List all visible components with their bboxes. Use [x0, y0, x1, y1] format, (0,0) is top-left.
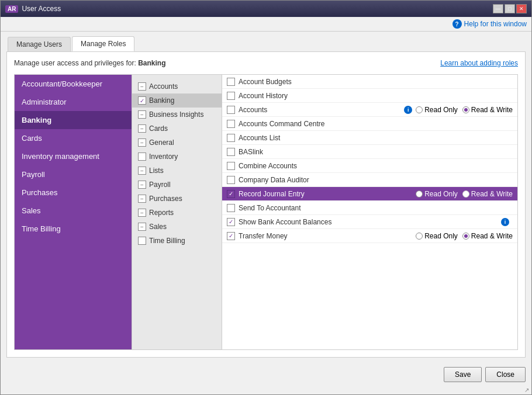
- role-item-administrator[interactable]: Administrator: [15, 93, 132, 111]
- resize-handle[interactable]: ↗: [1, 386, 531, 394]
- minimize-button[interactable]: —: [493, 4, 503, 13]
- maximize-button[interactable]: □: [505, 4, 515, 13]
- module-item-lists[interactable]: − Lists: [132, 164, 222, 178]
- perm-row-record-journal-entry: Record Journal Entry Read Only Read & Wr…: [222, 187, 517, 201]
- perm-label-accounts-command-centre: Accounts Command Centre: [239, 120, 513, 128]
- radio-read-write-record-journal-entry[interactable]: Read & Write: [462, 190, 513, 198]
- module-item-banking[interactable]: ✓ Banking: [132, 93, 222, 108]
- close-window-button[interactable]: ✕: [516, 4, 527, 13]
- perm-label-show-bank-account-balances: Show Bank Account Balances: [239, 218, 501, 226]
- help-button[interactable]: ? Help for this window: [452, 19, 527, 29]
- perm-checkbox-accounts-list[interactable]: [227, 134, 235, 142]
- perm-label-transfer-money: Transfer Money: [239, 232, 416, 240]
- perm-checkbox-accounts-command-centre[interactable]: [227, 120, 235, 128]
- module-label-banking: Banking: [149, 96, 174, 105]
- module-label-time-billing: Time Billing: [149, 237, 185, 245]
- radio-circle-read-write-tm[interactable]: [462, 233, 469, 240]
- radio-read-write-accounts[interactable]: Read & Write: [462, 106, 513, 114]
- perm-row-combine-accounts: Combine Accounts: [222, 159, 517, 173]
- manage-label: Manage user access and privileges for: B…: [14, 59, 165, 67]
- perm-row-send-to-accountant: Send To Accountant: [222, 201, 517, 215]
- perm-row-account-history: Account History: [222, 89, 517, 103]
- window-title: User Access: [22, 5, 61, 13]
- perm-row-accounts: Accounts i Read Only Read & Write: [222, 103, 517, 117]
- radio-circle-read-write-accounts[interactable]: [462, 106, 469, 113]
- radio-circle-read-write-rje[interactable]: [462, 190, 469, 198]
- tab-manage-users[interactable]: Manage Users: [8, 37, 71, 51]
- perm-row-company-data-auditor: Company Data Auditor: [222, 173, 517, 187]
- module-label-cards: Cards: [149, 124, 168, 133]
- module-checkbox-inventory[interactable]: [138, 153, 146, 161]
- role-item-purchases[interactable]: Purchases: [15, 183, 132, 202]
- tab-manage-roles[interactable]: Manage Roles: [72, 36, 134, 51]
- perm-checkbox-account-history[interactable]: [227, 92, 235, 100]
- radio-circle-read-only-tm[interactable]: [416, 233, 423, 240]
- module-checkbox-reports[interactable]: −: [138, 209, 146, 217]
- module-item-cards[interactable]: − Cards: [132, 122, 222, 136]
- role-item-time-billing[interactable]: Time Billing: [15, 220, 132, 238]
- perm-checkbox-account-budgets[interactable]: [227, 78, 235, 86]
- radio-group-record-journal-entry: Read Only Read & Write: [416, 190, 513, 198]
- module-checkbox-time-billing[interactable]: [138, 237, 146, 245]
- bottom-bar: Save Close: [1, 363, 531, 386]
- radio-read-only-transfer-money[interactable]: Read Only: [416, 232, 458, 240]
- radio-group-transfer-money: Read Only Read & Write: [416, 232, 513, 240]
- module-label-general: General: [149, 138, 174, 147]
- main-content: Manage user access and privileges for: B…: [6, 51, 526, 358]
- module-checkbox-cards[interactable]: −: [138, 124, 146, 133]
- perm-checkbox-accounts[interactable]: [227, 106, 235, 114]
- radio-read-write-transfer-money[interactable]: Read & Write: [462, 232, 513, 240]
- module-label-lists: Lists: [149, 167, 164, 175]
- learn-link[interactable]: Learn about adding roles: [440, 59, 518, 67]
- module-item-payroll[interactable]: − Payroll: [132, 178, 222, 192]
- perm-checkbox-record-journal-entry[interactable]: [227, 190, 235, 198]
- module-checkbox-sales[interactable]: −: [138, 223, 146, 231]
- module-checkbox-payroll[interactable]: −: [138, 181, 146, 189]
- perm-checkbox-transfer-money[interactable]: [227, 232, 235, 240]
- module-label-payroll: Payroll: [149, 181, 171, 189]
- module-label-business-insights: Business Insights: [149, 110, 203, 119]
- module-checkbox-accounts[interactable]: −: [138, 82, 146, 91]
- perm-checkbox-combine-accounts[interactable]: [227, 162, 235, 170]
- perm-label-accounts-list: Accounts List: [239, 134, 513, 142]
- module-item-reports[interactable]: − Reports: [132, 206, 222, 220]
- module-checkbox-banking[interactable]: ✓: [138, 96, 146, 105]
- role-item-sales[interactable]: Sales: [15, 202, 132, 220]
- module-checkbox-general[interactable]: −: [138, 138, 146, 147]
- radio-circle-read-only-accounts[interactable]: [416, 106, 423, 113]
- module-checkbox-business-insights[interactable]: −: [138, 110, 146, 119]
- module-item-inventory[interactable]: Inventory: [132, 150, 222, 164]
- module-item-purchases[interactable]: − Purchases: [132, 192, 222, 206]
- module-item-time-billing[interactable]: Time Billing: [132, 234, 222, 248]
- perm-label-send-to-accountant: Send To Accountant: [239, 204, 513, 212]
- perm-label-accounts: Accounts: [239, 106, 404, 114]
- manage-header: Manage user access and privileges for: B…: [14, 59, 518, 67]
- module-item-business-insights[interactable]: − Business Insights: [132, 108, 222, 122]
- role-item-payroll[interactable]: Payroll: [15, 165, 132, 183]
- module-checkbox-lists[interactable]: −: [138, 167, 146, 175]
- perm-row-accounts-command-centre: Accounts Command Centre: [222, 117, 517, 131]
- module-item-sales[interactable]: − Sales: [132, 220, 222, 234]
- perm-row-show-bank-account-balances: Show Bank Account Balances i: [222, 215, 517, 229]
- radio-read-only-accounts[interactable]: Read Only: [416, 106, 458, 114]
- role-item-cards[interactable]: Cards: [15, 129, 132, 147]
- perm-label-account-budgets: Account Budgets: [239, 78, 513, 86]
- module-item-general[interactable]: − General: [132, 136, 222, 150]
- perm-checkbox-show-bank-account-balances[interactable]: [227, 218, 235, 226]
- radio-circle-read-only-rje[interactable]: [416, 190, 423, 198]
- close-button[interactable]: Close: [485, 367, 526, 382]
- perm-checkbox-baslink[interactable]: [227, 148, 235, 156]
- perm-label-company-data-auditor: Company Data Auditor: [239, 176, 513, 184]
- perm-label-baslink: BASlink: [239, 148, 513, 156]
- perm-checkbox-send-to-accountant[interactable]: [227, 204, 235, 212]
- permission-list: Account Budgets Account History Accounts…: [222, 75, 517, 349]
- radio-read-only-record-journal-entry[interactable]: Read Only: [416, 190, 458, 198]
- title-bar-left: AR User Access: [5, 5, 61, 13]
- role-item-inventory-management[interactable]: Inventory management: [15, 147, 132, 165]
- module-item-accounts[interactable]: − Accounts: [132, 79, 222, 93]
- save-button[interactable]: Save: [444, 367, 482, 382]
- module-checkbox-purchases[interactable]: −: [138, 195, 146, 203]
- perm-checkbox-company-data-auditor[interactable]: [227, 176, 235, 184]
- role-item-accountant-bookkeeper[interactable]: Accountant/Bookkeeper: [15, 75, 132, 93]
- role-item-banking[interactable]: Banking: [15, 111, 132, 129]
